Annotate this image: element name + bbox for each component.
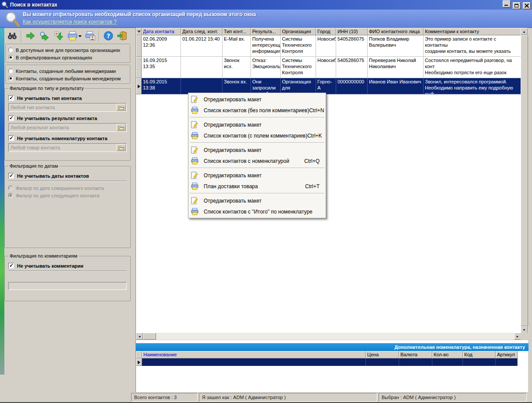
- table-row[interactable]: 02.06.2009 12:36 01.06.2012 15:40 E-Mail…: [136, 35, 528, 57]
- menu-separator: [190, 142, 324, 143]
- cell-type: Звонок вх.: [223, 78, 251, 94]
- cell-inn: 5405286075: [336, 57, 368, 78]
- contact-result-field: Любой результат контакта: [8, 123, 127, 132]
- cell-person: Иванов Иван Иванович: [368, 78, 424, 94]
- cell-result: Они запросили подробную: [251, 78, 281, 94]
- horizontal-scrollbar[interactable]: ◄ ►: [136, 333, 521, 340]
- checkbox-checked-icon: ✓: [8, 263, 14, 269]
- export-button[interactable]: [52, 29, 66, 43]
- printer-icon: [191, 158, 200, 165]
- row-marker: [136, 35, 142, 57]
- filter-dropdown-button[interactable]: [136, 28, 142, 35]
- scroll-up-button[interactable]: ▲: [521, 28, 528, 35]
- column-header-next-date[interactable]: Дата след. конт.: [181, 28, 223, 35]
- column-header-currency[interactable]: Валюта: [399, 351, 432, 358]
- radio-disabled-icon: [8, 186, 13, 190]
- close-button[interactable]: [523, 2, 531, 9]
- menu-item-edit-layout[interactable]: Отредактировать макет: [189, 170, 325, 181]
- creator-option-any[interactable]: Контакты, созданные любыми менеджерами: [8, 67, 127, 75]
- scroll-left-button[interactable]: ◄: [136, 333, 143, 340]
- filter-down-icon: [137, 31, 141, 33]
- column-header-inn[interactable]: ИНН (10): [336, 28, 368, 35]
- column-header-person[interactable]: ФИО контактного лица: [368, 28, 424, 35]
- print-button[interactable]: [66, 29, 83, 43]
- printer-icon: [191, 132, 200, 139]
- column-header-quantity[interactable]: Кол-во: [432, 351, 463, 358]
- ignore-comments-checkbox[interactable]: ✓ Не учитывать комментарии: [8, 262, 127, 269]
- column-header-price[interactable]: Цена: [366, 351, 399, 358]
- column-header-type[interactable]: Тип конт...: [223, 28, 251, 35]
- menu-item-print-list-no-comments[interactable]: Список контактов (без поля комментариев)…: [189, 105, 325, 116]
- go-button[interactable]: [24, 29, 38, 43]
- printer-icon: [191, 183, 200, 190]
- contact-product-picker-button: [116, 144, 126, 151]
- column-header-name[interactable]: Наименование: [142, 351, 366, 358]
- column-header-organization[interactable]: Организация: [281, 28, 316, 35]
- banner-message: Вы можете отфильтровать необходимый спис…: [23, 11, 529, 18]
- print-card-button[interactable]: [83, 29, 97, 43]
- table-row-selected[interactable]: 16.09.2015 13:38 Звонок вх. Они запросил…: [136, 78, 528, 94]
- scope-option-filtered[interactable]: В отфильтрованных организациях: [8, 54, 127, 61]
- ignore-nomenclature-checkbox[interactable]: ✓ Не учитывать номенклатуру контакта: [8, 135, 127, 141]
- nomenclature-row-selected[interactable]: [136, 358, 518, 366]
- menu-item-edit-layout[interactable]: Отредактировать макет: [189, 119, 325, 130]
- cell-type: E-Mail вх.: [223, 35, 251, 57]
- menu-item-delivery-plan[interactable]: План доставки товара Ctrl+T: [189, 181, 325, 192]
- scroll-down-button[interactable]: ▼: [521, 326, 528, 333]
- column-header-article[interactable]: Артикул: [496, 351, 518, 358]
- printer-card-icon: [85, 31, 95, 42]
- exit-button[interactable]: [115, 29, 129, 43]
- menu-item-print-list-totals[interactable]: Список контактов с "Итого" по номенклату…: [189, 206, 325, 217]
- ignore-contact-type-checkbox[interactable]: ✓ Не учитывать тип контакта: [8, 95, 127, 101]
- search-go-button[interactable]: [38, 29, 52, 43]
- nomen-marker-header: [136, 351, 142, 358]
- radio-icon: [8, 48, 13, 52]
- cell-date: 02.06.2009 12:36: [142, 35, 181, 57]
- menu-item-print-list-with-nomenclature[interactable]: Список контактов с номенклатурой Ctrl+Q: [189, 155, 325, 166]
- help-button[interactable]: ?: [101, 29, 115, 43]
- horizontal-scroll-thumb[interactable]: [143, 333, 156, 340]
- menu-item-edit-layout[interactable]: Отредактировать макет: [189, 195, 325, 206]
- arrow-down-icon: ▼: [523, 328, 526, 331]
- contact-product-field: Любой товар контакта: [8, 143, 127, 152]
- radio-checked-icon: [8, 76, 13, 81]
- creator-option-selected[interactable]: Контакты, созданные выбранным менеджером: [8, 75, 127, 82]
- column-header-city[interactable]: Город: [316, 28, 336, 35]
- menu-item-print-list-with-comments[interactable]: Список контактов (с полем комментариев) …: [189, 130, 325, 141]
- cell-price: [366, 358, 399, 366]
- column-header-code[interactable]: Код: [463, 351, 496, 358]
- exit-door-icon: [117, 31, 128, 42]
- column-header-result[interactable]: Результа...: [251, 28, 281, 35]
- menu-item-edit-layout[interactable]: Отредактировать макет: [189, 94, 325, 105]
- arrow-right-icon: ►: [516, 335, 519, 338]
- vertical-scroll-thumb[interactable]: [521, 35, 528, 326]
- window-magnifier-icon: [1, 1, 8, 8]
- svg-text:?: ?: [107, 32, 110, 39]
- maximize-button[interactable]: [513, 2, 521, 9]
- scroll-right-button[interactable]: ►: [514, 333, 521, 340]
- contact-result-picker-button: [116, 124, 126, 131]
- filter-type-result-group: Фильтрация по типу и результату ✓ Не учи…: [4, 86, 131, 161]
- find-button[interactable]: [5, 29, 19, 43]
- table-row[interactable]: 16.09.2015 13:35 Звонок исх. Отказ: Эмоц…: [136, 57, 528, 78]
- vertical-scrollbar[interactable]: ▲ ▼: [521, 28, 528, 333]
- cell-organization: Системы Технического Контроля: [281, 35, 316, 57]
- minimize-button[interactable]: [503, 0, 511, 7]
- menu-item-edit-layout[interactable]: Отредактировать макет: [189, 145, 325, 155]
- column-header-comments[interactable]: Комментарии к контакту: [424, 28, 521, 35]
- separator-line: [8, 271, 127, 272]
- radio-icon: [8, 69, 13, 73]
- current-row-arrow-icon: [138, 361, 140, 364]
- help-link[interactable]: Как осуществляется поиск контактов ?: [23, 18, 117, 26]
- scope-options-group: В доступных мне для просмотра организаци…: [5, 44, 130, 63]
- scroll-track[interactable]: [156, 333, 514, 340]
- print-dropdown-caret-icon: [78, 35, 82, 37]
- date-made-radio: Фильтр по дате совершенного контакта: [8, 184, 127, 192]
- column-header-date[interactable]: Дата контакта: [142, 28, 181, 35]
- cell-city: Горно-А: [316, 78, 336, 94]
- ignore-contact-result-checkbox[interactable]: ✓ Не учитывать результат контакта: [8, 115, 127, 121]
- ignore-dates-checkbox[interactable]: ✓ Не учитывать даты контактов: [8, 172, 127, 179]
- toolbar-separator: [99, 31, 100, 42]
- desktop-wallpaper-strip: [0, 28, 4, 375]
- scope-option-available[interactable]: В доступных мне для просмотра организаци…: [8, 46, 127, 54]
